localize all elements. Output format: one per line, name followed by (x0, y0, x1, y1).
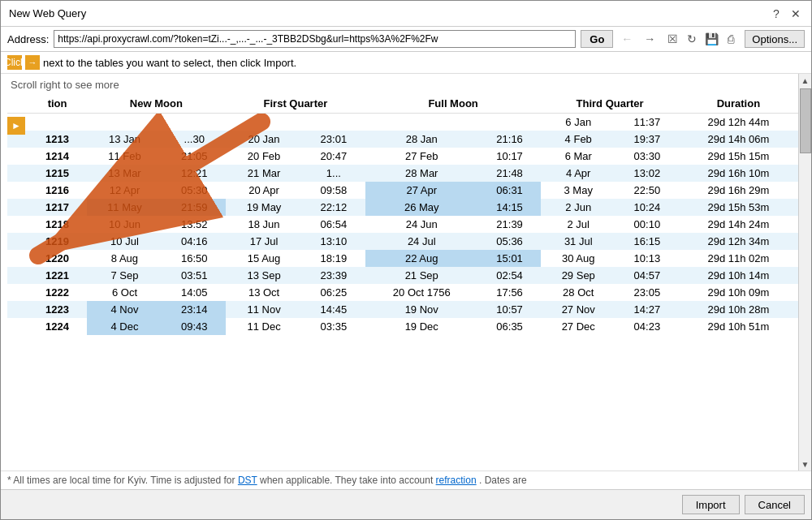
main-content: Scroll right to see more ► (1, 74, 811, 471)
cell-nm-time: ...30 (162, 131, 226, 148)
cell-fq-time: 1... (302, 165, 365, 182)
col-header-new-moon: New Moon (87, 94, 227, 114)
click-bar: Click → next to the tables you want to s… (1, 52, 811, 74)
refresh-button[interactable]: ↻ (683, 30, 701, 48)
refraction-link2[interactable]: refraction (436, 475, 477, 486)
cell-tq-time: 13:02 (615, 165, 679, 182)
cell-nm-date: 4 Nov (87, 301, 163, 318)
scroll-up-arrow[interactable]: ▲ (799, 74, 811, 87)
cell-duration: 29d 10h 14m (679, 267, 798, 284)
scrollbar-thumb[interactable] (800, 88, 811, 153)
cell-duration: 29d 16h 29m (679, 182, 798, 199)
col-header-third-quarter: Third Quarter (541, 94, 678, 114)
cell-fq-time: 14:45 (302, 301, 365, 318)
cell-fq-date: 19 May (226, 199, 302, 216)
title-bar-right: ? ✕ (769, 6, 803, 21)
cell-num: 1215 (28, 165, 87, 182)
close-button[interactable]: ✕ (788, 6, 803, 21)
scroll-down-arrow[interactable]: ▼ (799, 458, 811, 471)
cell-num: 1221 (28, 267, 87, 284)
save-button[interactable]: 💾 (702, 30, 720, 48)
cell-fq-time: 20:47 (302, 148, 365, 165)
cell-fm-date: 20 Oct 1756 (365, 284, 478, 301)
cell-nm-time: 21:59 (162, 199, 226, 216)
cell-fq-time: 09:58 (302, 182, 365, 199)
cell-fq-date: 15 Aug (226, 250, 302, 267)
table-row: 1223 4 Nov 23:14 11 Nov 14:45 19 Nov 10:… (7, 301, 798, 318)
cell-fq-date: 11 Nov (226, 301, 302, 318)
footer-text: * All times are local time for Kyiv. Tim… (7, 475, 238, 486)
cell-tq-date: 2 Jun (541, 199, 615, 216)
import-button[interactable]: Import (682, 495, 740, 514)
cell-nm-date: 11 May (87, 199, 163, 216)
cell-nm-time: 12:21 (162, 165, 226, 182)
cell-fm-date: 19 Dec (365, 318, 478, 335)
cell-tq-date: 31 Jul (541, 233, 615, 250)
cell-tq-time: 10:24 (615, 199, 679, 216)
cell-fq-date: 20 Apr (226, 182, 302, 199)
cell-nm-date (87, 114, 163, 131)
cell-num (28, 114, 87, 131)
cell-fm-time: 17:56 (478, 284, 542, 301)
cell-tq-time: 04:23 (615, 318, 679, 335)
cell-nm-time: 03:51 (162, 267, 226, 284)
table-row: 1221 7 Sep 03:51 13 Sep 23:39 21 Sep 02:… (7, 267, 798, 284)
vertical-scrollbar[interactable]: ▲ ▼ (798, 74, 811, 471)
col-header-first-quarter: First Quarter (226, 94, 365, 114)
cell-fq-date: 11 Dec (226, 318, 302, 335)
cell-tq-time: 04:57 (615, 267, 679, 284)
cell-tq-date: 30 Aug (541, 250, 615, 267)
cell-duration: 29d 11h 02m (679, 250, 798, 267)
scrollbar-track[interactable] (799, 87, 811, 458)
scroll-hint: Scroll right to see more (7, 79, 798, 91)
col-header-full-moon: Full Moon (365, 94, 542, 114)
cell-nm-time: 04:16 (162, 233, 226, 250)
cell-fq-time: 23:39 (302, 267, 365, 284)
footer-text3: . Dates are (479, 475, 527, 486)
stop-button[interactable]: ☒ (663, 30, 681, 48)
table-wrapper: ► tion New Mo (7, 94, 798, 335)
cell-fq-date: 20 Jan (226, 131, 302, 148)
cell-nm-date: 8 Aug (87, 250, 163, 267)
cell-fm-time: 21:16 (478, 131, 542, 148)
cell-fm-date: 27 Apr (365, 182, 478, 199)
help-button[interactable]: ? (769, 6, 784, 21)
address-input[interactable] (54, 30, 576, 48)
cell-duration: 29d 10h 09m (679, 284, 798, 301)
cell-fm-time: 21:48 (478, 165, 542, 182)
cell-num: 1223 (28, 301, 87, 318)
table-select-indicator[interactable]: ► (7, 117, 25, 135)
main-window: New Web Query ? ✕ Address: Go ← → ☒ ↻ 💾 … (0, 0, 812, 520)
cell-fq-time: 03:35 (302, 318, 365, 335)
cell-fq-date (226, 114, 302, 131)
cell-fm-date: 22 Aug (365, 250, 478, 267)
cell-fm-time: 10:57 (478, 301, 542, 318)
options-button[interactable]: Options... (745, 30, 805, 48)
cell-fm-date: 27 Feb (365, 148, 478, 165)
cell-fq-time: 22:12 (302, 199, 365, 216)
cell-num: 1224 (28, 318, 87, 335)
cell-tq-time: 11:37 (615, 114, 679, 131)
forward-button[interactable]: → (641, 30, 659, 48)
go-button[interactable]: Go (581, 30, 613, 48)
cell-selector (7, 165, 28, 182)
scroll-area: Scroll right to see more ► (1, 74, 798, 471)
cell-fq-date: 18 Jun (226, 216, 302, 233)
cancel-button[interactable]: Cancel (745, 495, 805, 514)
cell-selector (7, 301, 28, 318)
cell-num: 1213 (28, 131, 87, 148)
address-bar: Address: Go ← → ☒ ↻ 💾 ⎙ Options... (1, 27, 811, 52)
cell-nm-date: 4 Dec (87, 318, 163, 335)
cell-tq-time: 23:05 (615, 284, 679, 301)
cell-fq-time (302, 114, 365, 131)
cell-nm-date: 7 Sep (87, 267, 163, 284)
refraction-link[interactable]: DST (238, 475, 257, 486)
cell-tq-date: 4 Apr (541, 165, 615, 182)
back-button[interactable]: ← (618, 30, 636, 48)
cell-duration: 29d 10h 51m (679, 318, 798, 335)
cell-num: 1219 (28, 233, 87, 250)
cell-fm-date: 24 Jul (365, 233, 478, 250)
col-header-selector (7, 94, 28, 114)
cell-num: 1220 (28, 250, 87, 267)
print-button[interactable]: ⎙ (722, 30, 740, 48)
